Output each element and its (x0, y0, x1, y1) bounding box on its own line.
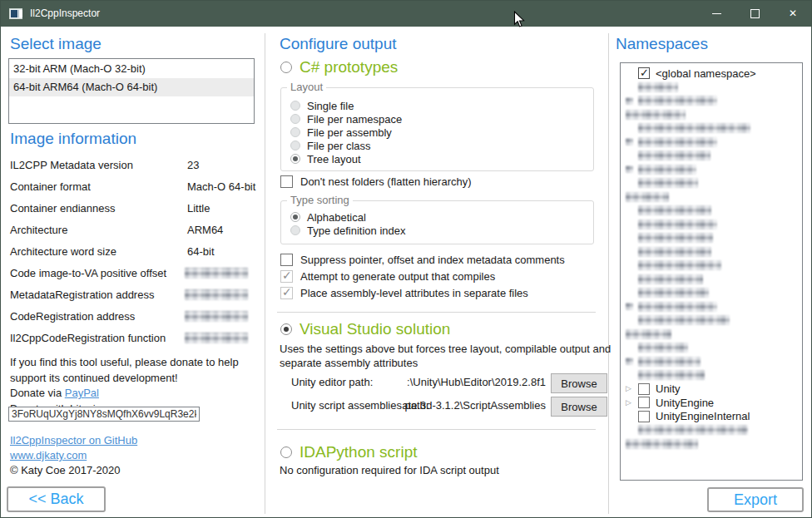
layout-label: Single file (307, 100, 354, 112)
redacted-expander (626, 138, 633, 146)
image-list-item[interactable]: 32-bit ARM (Mach-O 32-bit) (9, 60, 254, 78)
namespace-row[interactable] (621, 108, 802, 122)
namespace-checkbox[interactable] (638, 67, 650, 79)
expander-slot: ▷ (626, 385, 638, 392)
maximize-button[interactable] (735, 0, 774, 27)
namespace-row[interactable] (621, 328, 802, 342)
idapython-script-option[interactable]: IDAPython script (280, 443, 418, 461)
website-link[interactable]: www.djkaty.com (10, 449, 87, 461)
idapython-script-radio[interactable] (280, 446, 292, 458)
expander-icon[interactable]: ▷ (626, 399, 631, 407)
namespace-row[interactable] (621, 286, 802, 300)
namespace-label: UnityEngine (656, 397, 714, 409)
layout-radio[interactable] (290, 114, 300, 124)
namespace-checkbox[interactable] (638, 383, 650, 395)
layout-label: Tree layout (307, 153, 361, 165)
namespace-row[interactable] (621, 136, 802, 150)
redacted-namespace (638, 357, 701, 367)
layout-radio[interactable] (290, 141, 300, 150)
bitcoin-address-field[interactable] (8, 407, 200, 422)
paypal-link[interactable]: PayPal (65, 387, 99, 399)
namespace-row[interactable] (621, 218, 802, 232)
namespace-row[interactable] (621, 245, 802, 259)
output-checkbox-row[interactable]: Place assembly-level attributes in separ… (280, 284, 565, 301)
redacted-value (185, 289, 248, 300)
output-checkbox[interactable] (280, 254, 293, 266)
layout-option[interactable]: File per namespace (290, 112, 402, 126)
unity-editor-path-browse-button[interactable]: Browse (551, 373, 607, 393)
namespace-checkbox[interactable] (638, 411, 650, 422)
namespace-row[interactable] (621, 313, 802, 328)
namespaces-tree[interactable]: <global namespace>▷Unity▷UnityEngineUnit… (620, 62, 803, 481)
namespace-row[interactable] (621, 300, 802, 314)
minimize-icon (712, 13, 721, 14)
csharp-prototypes-radio[interactable] (280, 62, 292, 73)
namespace-row[interactable] (621, 163, 802, 177)
expander-icon[interactable]: ▷ (626, 385, 631, 392)
unity-script-assemblies-browse-button[interactable]: Browse (551, 397, 607, 417)
info-value: Mach-O 64-bit (187, 180, 255, 193)
namespace-row[interactable] (621, 190, 802, 205)
type-sorting-radio[interactable] (290, 212, 300, 222)
idapython-script-label: IDAPython script (300, 443, 418, 461)
namespace-row[interactable] (621, 94, 802, 108)
titlebar: Il2CppInspector ✕ (0, 0, 812, 27)
layout-option[interactable]: Tree layout (290, 152, 402, 165)
info-label: CodeRegistration address (10, 310, 135, 323)
output-checkbox-row[interactable]: Suppress pointer, offset and index metad… (280, 251, 565, 268)
namespace-row[interactable] (621, 121, 802, 136)
namespace-row[interactable] (621, 355, 802, 369)
redacted-namespace (638, 302, 717, 312)
output-checkbox-row[interactable]: Attempt to generate output that compiles (280, 268, 565, 284)
type-sorting-options: AlphabeticalType definition index (290, 210, 406, 237)
namespace-row[interactable] (621, 437, 802, 451)
info-row: CodeRegistration address (10, 306, 258, 328)
flatten-hierarchy-checkbox[interactable] (280, 175, 293, 188)
csharp-prototypes-option[interactable]: C# prototypes (280, 58, 398, 76)
namespace-row[interactable] (621, 273, 802, 287)
unity-script-assemblies-path-value[interactable]: ate.3d-3.1.2\ScriptAssemblies (388, 399, 546, 412)
namespace-row[interactable]: <global namespace> (621, 67, 802, 81)
namespace-checkbox[interactable] (638, 397, 650, 408)
visual-studio-solution-option[interactable]: Visual Studio solution (280, 320, 450, 338)
visual-studio-solution-radio[interactable] (280, 323, 292, 335)
namespace-row[interactable] (621, 231, 802, 245)
type-sorting-option[interactable]: Alphabetical (290, 210, 406, 224)
output-checkbox[interactable] (280, 270, 293, 283)
namespace-row[interactable]: ▷UnityEngine (621, 396, 802, 410)
redacted-namespace (638, 425, 748, 435)
namespace-row[interactable]: ▷Unity (621, 382, 802, 397)
flatten-hierarchy-row[interactable]: Don't nest folders (flatten hierarchy) (280, 175, 472, 188)
export-button[interactable]: Export (707, 487, 804, 512)
layout-radio[interactable] (290, 127, 300, 137)
layout-option[interactable]: Single file (290, 99, 402, 112)
image-list-item[interactable]: 64-bit ARM64 (Mach-O 64-bit) (9, 78, 254, 96)
minimize-button[interactable] (697, 0, 735, 27)
info-label: MetadataRegistration address (10, 289, 154, 301)
namespace-row[interactable]: UnityEngineInternal (621, 410, 802, 424)
namespace-row[interactable] (621, 149, 802, 163)
output-checkbox-label: Attempt to generate output that compiles (300, 270, 495, 283)
type-sorting-option[interactable]: Type definition index (290, 224, 406, 237)
image-listbox[interactable]: 32-bit ARM (Mach-O 32-bit)64-bit ARM64 (… (8, 58, 255, 124)
namespace-row[interactable] (621, 341, 802, 355)
namespace-row[interactable] (621, 81, 802, 95)
namespace-row[interactable] (621, 423, 802, 437)
layout-option[interactable]: File per assembly (290, 126, 402, 139)
namespace-row[interactable] (621, 176, 802, 190)
info-row: Container formatMach-O 64-bit (10, 176, 258, 198)
close-button[interactable]: ✕ (774, 0, 812, 27)
github-link[interactable]: Il2CppInspector on GitHub (10, 434, 137, 446)
type-sorting-radio[interactable] (290, 225, 300, 235)
layout-radio[interactable] (290, 154, 300, 164)
layout-groupbox-title: Layout (287, 81, 326, 93)
namespace-row[interactable] (621, 204, 802, 218)
output-checkbox[interactable] (280, 287, 293, 299)
unity-editor-path-value[interactable]: :\Unity\Hub\Editor\2019.2.8f1 (388, 376, 546, 388)
expander-slot (626, 303, 638, 310)
layout-radio[interactable] (290, 101, 300, 111)
layout-option[interactable]: File per class (290, 139, 402, 152)
namespace-row[interactable] (621, 368, 802, 382)
namespace-row[interactable] (621, 259, 802, 273)
back-button[interactable]: << Back (7, 486, 106, 512)
